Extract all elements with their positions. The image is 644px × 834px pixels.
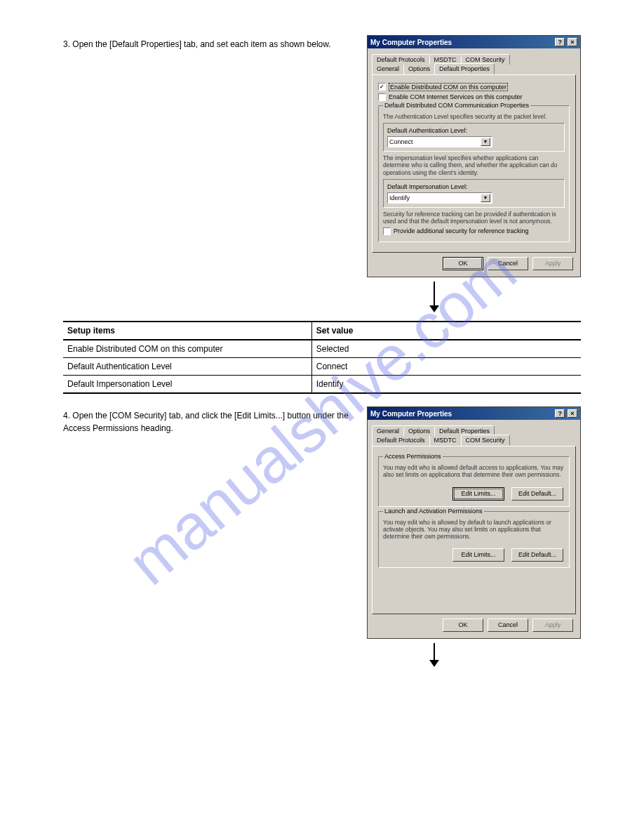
note-security: Security for reference tracking can be p… <box>383 211 565 225</box>
help-icon[interactable]: ? <box>555 38 565 46</box>
button-row: Edit Limits... Edit Default... <box>383 543 565 563</box>
edit-limits-button[interactable]: Edit Limits... <box>452 487 504 501</box>
tab-row-back: General Options Default Properties <box>372 424 576 435</box>
cell: Default Authentication Level <box>63 358 311 376</box>
titlebar: My Computer Properties ? × <box>368 36 580 48</box>
group-title: Access Permissions <box>383 453 443 460</box>
cell: Connect <box>311 358 581 376</box>
checkbox-enable-internet[interactable]: Enable COM Internet Services on this com… <box>378 93 570 101</box>
chevron-down-icon: ▼ <box>481 194 490 202</box>
ok-button[interactable]: OK <box>443 257 483 270</box>
checkbox-label: Enable COM Internet Services on this com… <box>389 93 523 100</box>
dialog-default-properties: My Computer Properties ? × Default Proto… <box>367 35 581 277</box>
group-communication: Default Distributed COM Communication Pr… <box>378 105 570 242</box>
cell: Identify <box>311 376 581 394</box>
checkbox-label: Provide additional security for referenc… <box>394 227 529 234</box>
imp-label: Default Impersonation Level: <box>387 183 561 190</box>
tab-row-front: General Options Default Properties <box>372 63 576 74</box>
title-buttons: ? × <box>554 409 577 418</box>
group-title: Default Distributed COM Communication Pr… <box>383 102 530 109</box>
help-icon[interactable]: ? <box>555 409 565 418</box>
group-text: You may edit who is allowed by default t… <box>383 519 565 541</box>
button-row: OK Cancel Apply <box>372 253 576 272</box>
cell: Enable Distributed COM on this computer <box>63 340 311 358</box>
dialog-title: My Computer Properties <box>370 410 452 418</box>
tab-default-properties[interactable]: Default Properties <box>434 63 495 74</box>
chevron-down-icon: ▼ <box>481 138 490 146</box>
table-header-value: Set value <box>311 322 581 340</box>
edit-limits-button[interactable]: Edit Limits... <box>452 548 504 562</box>
checkbox-label: Enable Distributed COM on this computer <box>389 83 508 91</box>
title-buttons: ? × <box>554 38 577 46</box>
button-row: OK Cancel Apply <box>372 614 576 634</box>
checkbox-enable-dcom[interactable]: Enable Distributed COM on this computer <box>378 83 570 91</box>
subgroup-impersonation: Default Impersonation Level: Identify ▼ <box>383 179 565 208</box>
checkbox-icon <box>383 227 391 235</box>
checkbox-additional-security[interactable]: Provide additional security for referenc… <box>383 227 565 235</box>
tab-panel: Enable Distributed COM on this computer … <box>372 74 576 253</box>
table-header-items: Setup items <box>63 322 311 340</box>
tab-com-security[interactable]: COM Security <box>461 435 510 446</box>
tab-row-back: Default Protocols MSDTC COM Security <box>372 53 576 63</box>
table-row: Enable Distributed COM on this computer … <box>63 340 581 358</box>
tab-default-protocols[interactable]: Default Protocols <box>372 435 430 446</box>
tab-row-front: Default Protocols MSDTC COM Security <box>372 435 576 446</box>
step-3-row: 3. Open the [Default Properties] tab, an… <box>63 35 581 277</box>
cell: Selected <box>311 340 581 358</box>
auth-dropdown[interactable]: Connect ▼ <box>387 136 492 147</box>
button-row: Edit Limits... Edit Default... <box>383 482 565 502</box>
table-row: Default Authentication Level Connect <box>63 358 581 376</box>
step-4-row: 4. Open the [COM Security] tab, and clic… <box>63 406 581 639</box>
svg-marker-1 <box>429 305 439 312</box>
tab-msdtc[interactable]: MSDTC <box>429 435 462 446</box>
close-icon[interactable]: × <box>568 38 577 46</box>
checkbox-icon <box>378 83 386 91</box>
close-icon[interactable]: × <box>568 409 577 418</box>
cancel-button[interactable]: Cancel <box>488 257 528 270</box>
tab-options[interactable]: Options <box>403 63 435 74</box>
ok-button[interactable]: OK <box>443 618 483 632</box>
cell: Default Impersonation Level <box>63 376 311 394</box>
subgroup-auth: Default Authentication Level: Connect ▼ <box>383 123 565 152</box>
edit-default-button[interactable]: Edit Default... <box>511 548 563 562</box>
table-row: Default Impersonation Level Identify <box>63 376 581 394</box>
tab-default-protocols[interactable]: Default Protocols <box>372 54 430 65</box>
arrow-down-icon <box>288 643 581 667</box>
group-title: Launch and Activation Permissions <box>383 508 484 515</box>
imp-value: Identify <box>389 194 410 201</box>
step-3-text: 3. Open the [Default Properties] tab, an… <box>63 35 353 51</box>
group-text: You may edit who is allowed default acce… <box>383 464 565 478</box>
note-impersonation: The impersonation level specifies whethe… <box>383 154 565 176</box>
tab-general[interactable]: General <box>372 63 404 74</box>
note-auth: The Authentication Level specifies secur… <box>383 113 565 120</box>
tab-panel: Access Permissions You may edit who is a… <box>372 446 576 614</box>
arrow-down-icon <box>288 282 581 312</box>
edit-default-button[interactable]: Edit Default... <box>511 487 563 501</box>
step-4-text: 4. Open the [COM Security] tab, and clic… <box>63 406 353 435</box>
cancel-button[interactable]: Cancel <box>488 618 528 632</box>
titlebar: My Computer Properties ? × <box>368 407 580 420</box>
dialog-title: My Computer Properties <box>370 39 452 46</box>
settings-table: Setup items Set value Enable Distributed… <box>63 321 581 394</box>
group-launch-permissions: Launch and Activation Permissions You ma… <box>378 511 570 569</box>
checkbox-icon <box>378 93 386 101</box>
auth-label: Default Authentication Level: <box>387 127 561 134</box>
tab-options[interactable]: Options <box>403 425 435 436</box>
group-access-permissions: Access Permissions You may edit who is a… <box>378 456 570 506</box>
dialog-com-security: My Computer Properties ? × General Optio… <box>367 406 581 639</box>
tab-general[interactable]: General <box>372 425 404 436</box>
svg-marker-3 <box>429 660 439 667</box>
auth-value: Connect <box>389 138 413 145</box>
apply-button[interactable]: Apply <box>532 618 573 632</box>
apply-button[interactable]: Apply <box>532 257 573 270</box>
imp-dropdown[interactable]: Identify ▼ <box>387 192 492 204</box>
